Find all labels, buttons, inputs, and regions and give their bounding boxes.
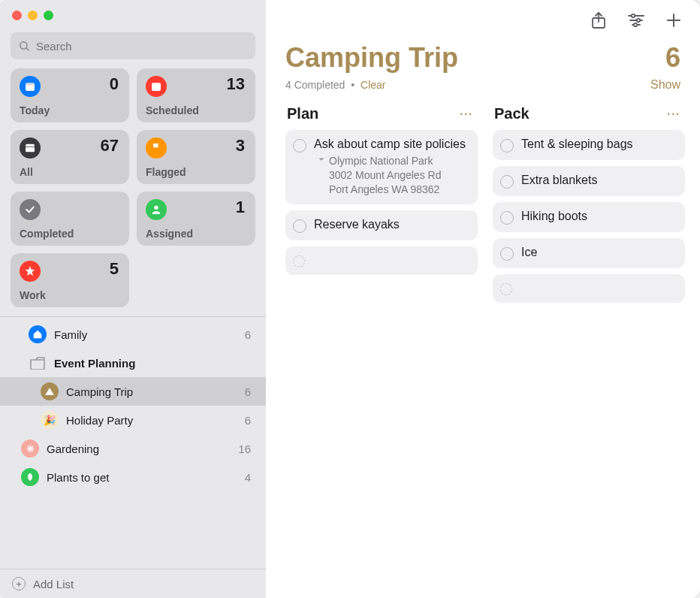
smart-label: Today bbox=[20, 104, 50, 116]
section-column: Pack···Tent & sleeping bagsExtra blanket… bbox=[493, 102, 685, 583]
close-window-button[interactable] bbox=[12, 11, 22, 20]
smart-list-work[interactable]: 5Work bbox=[11, 253, 129, 307]
list-item-count: 4 bbox=[245, 471, 251, 484]
reminder-title: Tent & sleeping bags bbox=[521, 137, 676, 151]
reminder-title: Reserve kayaks bbox=[314, 218, 469, 231]
complete-toggle[interactable] bbox=[500, 283, 512, 295]
plus-icon bbox=[665, 12, 682, 29]
reminder-item[interactable]: Extra blankets bbox=[493, 166, 685, 196]
list-item-label: Holiday Party bbox=[66, 414, 237, 427]
smart-list-completed[interactable]: Completed bbox=[11, 192, 129, 246]
list-item-gardening[interactable]: ❋Gardening16 bbox=[0, 434, 266, 463]
list-title: Camping Trip bbox=[285, 42, 665, 74]
svg-marker-10 bbox=[26, 266, 35, 276]
section-items: Ask about camp site policiesOlympic Nati… bbox=[285, 130, 478, 275]
view-options-icon bbox=[626, 12, 646, 29]
svg-point-17 bbox=[634, 23, 637, 26]
new-reminder-placeholder[interactable] bbox=[285, 246, 478, 275]
complete-toggle[interactable] bbox=[293, 139, 306, 153]
reminder-title: Ice bbox=[521, 246, 676, 259]
complete-toggle[interactable] bbox=[500, 247, 514, 261]
svg-point-15 bbox=[632, 14, 635, 17]
add-list-button[interactable]: + Add List bbox=[0, 569, 266, 598]
toolbar bbox=[266, 0, 700, 41]
list-count: 6 bbox=[665, 42, 680, 74]
today-icon bbox=[20, 76, 41, 97]
reminder-item[interactable]: Ask about camp site policiesOlympic Nati… bbox=[285, 130, 478, 204]
list-item-plants[interactable]: Plants to get4 bbox=[0, 463, 266, 491]
sidebar: 0Today13Scheduled67All3FlaggedCompleted1… bbox=[0, 0, 266, 598]
smart-label: Flagged bbox=[146, 166, 186, 178]
tent-icon bbox=[41, 382, 59, 400]
smart-lists: 0Today13Scheduled67All3FlaggedCompleted1… bbox=[0, 65, 266, 316]
smart-count: 0 bbox=[110, 74, 119, 94]
new-reminder-placeholder[interactable] bbox=[493, 274, 685, 303]
smart-label: Work bbox=[20, 289, 46, 301]
list-header: Camping Trip 6 bbox=[266, 41, 700, 74]
section-column: Plan···Ask about camp site policiesOlymp… bbox=[285, 102, 478, 583]
my-lists: Family6Event PlanningCamping Trip6🎉Holid… bbox=[0, 317, 266, 569]
sections-row: Plan···Ask about camp site policiesOlymp… bbox=[266, 102, 700, 598]
svg-point-16 bbox=[637, 19, 640, 22]
reminder-item[interactable]: Ice bbox=[493, 238, 685, 268]
complete-toggle[interactable] bbox=[500, 175, 514, 189]
reminder-item[interactable]: Hiking boots bbox=[493, 202, 685, 232]
search-input[interactable] bbox=[36, 40, 248, 53]
all-icon bbox=[20, 137, 41, 159]
smart-count: 1 bbox=[236, 198, 245, 217]
reminder-location: Olympic National Park 3002 Mount Angeles… bbox=[317, 154, 469, 197]
section-menu-button[interactable]: ··· bbox=[667, 108, 680, 120]
completed-count-label: 4 Completed bbox=[285, 79, 345, 91]
show-completed-button[interactable]: Show bbox=[650, 78, 680, 92]
zoom-window-button[interactable] bbox=[44, 11, 53, 20]
search-field[interactable] bbox=[11, 32, 255, 59]
reminder-item[interactable]: Reserve kayaks bbox=[285, 210, 478, 240]
folder-icon bbox=[29, 354, 47, 372]
window-controls bbox=[0, 0, 266, 25]
list-item-label: Camping Trip bbox=[66, 385, 237, 398]
smart-list-all[interactable]: 67All bbox=[11, 130, 129, 184]
section-items: Tent & sleeping bagsExtra blanketsHiking… bbox=[493, 130, 685, 303]
reminder-location-text: Olympic National Park 3002 Mount Angeles… bbox=[329, 154, 441, 197]
add-list-label: Add List bbox=[33, 578, 74, 590]
svg-rect-3 bbox=[26, 83, 35, 85]
minimize-window-button[interactable] bbox=[28, 11, 38, 20]
smart-list-assigned[interactable]: 1Assigned bbox=[137, 192, 255, 246]
complete-toggle[interactable] bbox=[293, 219, 306, 233]
plus-icon: + bbox=[12, 577, 26, 590]
list-item-label: Family bbox=[54, 328, 237, 341]
smart-list-flagged[interactable]: 3Flagged bbox=[137, 130, 255, 184]
complete-toggle[interactable] bbox=[500, 211, 514, 225]
complete-toggle[interactable] bbox=[500, 139, 514, 153]
svg-rect-6 bbox=[153, 86, 159, 86]
smart-list-scheduled[interactable]: 13Scheduled bbox=[137, 68, 255, 122]
flagged-icon bbox=[146, 137, 167, 159]
share-button[interactable] bbox=[589, 11, 608, 30]
new-reminder-button[interactable] bbox=[664, 11, 683, 30]
smart-list-today[interactable]: 0Today bbox=[11, 68, 129, 122]
location-pin-icon bbox=[317, 156, 326, 168]
complete-toggle[interactable] bbox=[293, 255, 305, 267]
list-subheader: 4 Completed • Clear Show bbox=[266, 74, 700, 102]
work-icon bbox=[20, 261, 41, 282]
list-item-count: 6 bbox=[245, 414, 251, 427]
list-item-family[interactable]: Family6 bbox=[0, 320, 266, 349]
clear-completed-button[interactable]: Clear bbox=[361, 79, 385, 91]
list-item-event-planning[interactable]: Event Planning bbox=[0, 349, 266, 377]
house-icon bbox=[29, 325, 47, 343]
section-menu-button[interactable]: ··· bbox=[460, 108, 473, 120]
reminder-item[interactable]: Tent & sleeping bags bbox=[493, 130, 685, 160]
list-item-camping[interactable]: Camping Trip6 bbox=[0, 377, 266, 406]
smart-count: 3 bbox=[236, 136, 245, 156]
list-item-label: Plants to get bbox=[47, 471, 237, 484]
scheduled-icon bbox=[146, 76, 167, 97]
flower-icon: ❋ bbox=[21, 439, 39, 458]
svg-line-1 bbox=[26, 48, 29, 50]
reminders-window: 0Today13Scheduled67All3FlaggedCompleted1… bbox=[0, 0, 700, 598]
reminder-title: Extra blankets bbox=[521, 174, 676, 187]
svg-point-9 bbox=[154, 206, 158, 210]
view-options-button[interactable] bbox=[626, 11, 646, 30]
list-item-holiday[interactable]: 🎉Holiday Party6 bbox=[0, 406, 266, 434]
smart-label: Completed bbox=[20, 228, 74, 240]
smart-label: Scheduled bbox=[146, 104, 199, 116]
